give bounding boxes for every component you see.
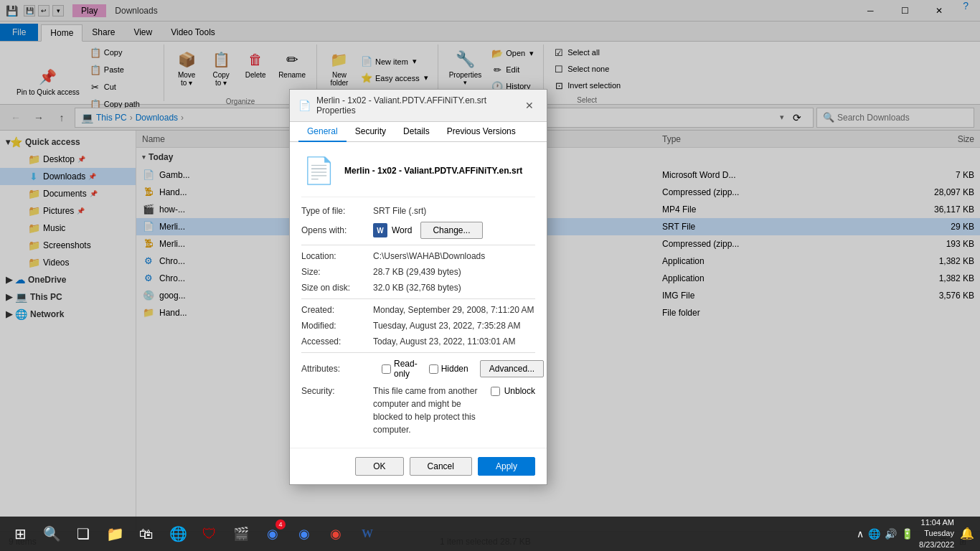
- mcafee-taskbar-btn[interactable]: 🛡: [195, 517, 224, 551]
- security-row: Security: This file came from another co…: [301, 385, 535, 436]
- opens-with-app: W Word: [373, 223, 412, 237]
- task-view-btn[interactable]: ❏: [69, 517, 98, 551]
- security-content: This file came from another computer and…: [373, 385, 535, 436]
- size-on-disk-value: 32.0 KB (32,768 bytes): [373, 283, 535, 293]
- notification-icon[interactable]: 🔔: [960, 527, 974, 540]
- size-value: 28.7 KB (29,439 bytes): [373, 267, 535, 277]
- edge-taskbar-btn[interactable]: 🌐: [164, 517, 192, 551]
- readonly-checkbox[interactable]: Read-only: [382, 359, 418, 379]
- dialog-tab-details[interactable]: Details: [395, 122, 438, 142]
- modal-overlay: 📄 Merlin - 1x02 - Valiant.PDTV.AFFiNiTY.…: [0, 0, 980, 517]
- security-label: Security:: [301, 385, 373, 396]
- type-of-file-label: Type of file:: [301, 206, 373, 216]
- modified-row: Modified: Tuesday, August 23, 2022, 7:35…: [301, 321, 535, 331]
- dialog-tab-general[interactable]: General: [298, 122, 347, 142]
- accessed-row: Accessed: Today, August 23, 2022, 11:03:…: [301, 336, 535, 347]
- type-of-file-row: Type of file: SRT File (.srt): [301, 206, 535, 216]
- store-taskbar-btn[interactable]: 🛍: [132, 517, 161, 551]
- opens-with-app-name: Word: [392, 225, 412, 235]
- dialog-tab-previous-versions[interactable]: Previous Versions: [438, 122, 524, 142]
- dialog-file-icon: 📄: [301, 154, 336, 188]
- taskbar-time[interactable]: 11:04 AM Tuesday8/23/2022: [919, 517, 954, 550]
- location-value: C:\Users\WAHAB\Downloads: [373, 251, 535, 261]
- dialog-tabs: General Security Details Previous Versio…: [290, 122, 547, 142]
- chrome1-taskbar-btn[interactable]: ◉ 4: [258, 517, 287, 551]
- chrome3-taskbar-btn[interactable]: ◉: [321, 517, 350, 551]
- change-btn[interactable]: Change...: [420, 222, 482, 239]
- dialog-title-bar: 📄 Merlin - 1x02 - Valiant.PDTV.AFFiNiTY.…: [290, 90, 547, 122]
- file-preview: 📄 Merlin - 1x02 - Valiant.PDTV.AFFiNiTY.…: [301, 154, 535, 197]
- security-text: This file came from another computer and…: [373, 385, 485, 436]
- vlc-taskbar-btn[interactable]: 🎬: [227, 517, 255, 551]
- size-row: Size: 28.7 KB (29,439 bytes): [301, 267, 535, 277]
- size-on-disk-row: Size on disk: 32.0 KB (32,768 bytes): [301, 283, 535, 293]
- word-app-icon: W: [373, 223, 387, 237]
- attributes-items: Read-only Hidden Advanced...: [382, 359, 544, 379]
- date-display: Tuesday8/23/2022: [919, 528, 954, 550]
- opens-with-label: Opens with:: [301, 225, 373, 235]
- modified-label: Modified:: [301, 321, 373, 331]
- created-value: Monday, September 29, 2008, 7:11:20 AM: [373, 305, 535, 315]
- attributes-row: Attributes: Read-only Hidden Advanced...: [301, 359, 535, 379]
- network-tray-icon[interactable]: 🌐: [868, 528, 880, 540]
- time-display: 11:04 AM: [919, 517, 954, 528]
- separator-2: [301, 298, 535, 299]
- cancel-btn[interactable]: Cancel: [410, 457, 472, 476]
- ok-btn[interactable]: OK: [355, 457, 403, 476]
- dialog-tab-security[interactable]: Security: [347, 122, 395, 142]
- hidden-checkbox[interactable]: Hidden: [429, 364, 468, 374]
- accessed-label: Accessed:: [301, 336, 373, 347]
- hidden-input[interactable]: [429, 364, 438, 374]
- dialog-body: 📄 Merlin - 1x02 - Valiant.PDTV.AFFiNiTY.…: [290, 142, 547, 448]
- dialog-close-btn[interactable]: ✕: [522, 97, 538, 114]
- opens-with-row: Opens with: W Word Change...: [301, 222, 535, 239]
- start-btn[interactable]: ⊞: [6, 517, 34, 551]
- created-label: Created:: [301, 305, 373, 315]
- separator-3: [301, 352, 535, 353]
- taskbar: ⊞ 🔍 ❏ 📁 🛍 🌐 🛡 🎬 ◉ 4 ◉ ◉ W ∧ 🌐 🔊 🔋: [0, 517, 980, 551]
- readonly-input[interactable]: [382, 364, 391, 374]
- accessed-value: Today, August 23, 2022, 11:03:01 AM: [373, 336, 535, 347]
- search-taskbar-btn[interactable]: 🔍: [37, 517, 66, 551]
- modified-value: Tuesday, August 23, 2022, 7:35:28 AM: [373, 321, 535, 331]
- taskbar-left: ⊞ 🔍 ❏ 📁 🛍 🌐 🛡 🎬 ◉ 4 ◉ ◉ W: [6, 517, 382, 551]
- location-label: Location:: [301, 251, 373, 261]
- attributes-label: Attributes:: [301, 364, 373, 374]
- dialog-title: 📄 Merlin - 1x02 - Valiant.PDTV.AFFiNiTY.…: [298, 95, 522, 116]
- separator-1: [301, 245, 535, 245]
- explorer-taskbar-btn[interactable]: 📁: [100, 517, 129, 551]
- advanced-btn[interactable]: Advanced...: [480, 360, 544, 377]
- type-of-file-value: SRT File (.srt): [373, 206, 535, 216]
- battery-tray-icon[interactable]: 🔋: [901, 528, 913, 540]
- unblock-checkbox[interactable]: Unblock: [491, 385, 535, 396]
- created-row: Created: Monday, September 29, 2008, 7:1…: [301, 305, 535, 315]
- size-on-disk-label: Size on disk:: [301, 283, 373, 293]
- readonly-label: Read-only: [394, 359, 418, 379]
- system-tray: ∧ 🌐 🔊 🔋: [857, 528, 913, 540]
- chrome2-taskbar-btn[interactable]: ◉: [290, 517, 319, 551]
- tray-expand-btn[interactable]: ∧: [857, 528, 864, 540]
- unblock-input[interactable]: [491, 387, 500, 396]
- apply-btn[interactable]: Apply: [478, 457, 535, 476]
- unblock-label: Unblock: [504, 386, 535, 396]
- size-label: Size:: [301, 267, 373, 277]
- speaker-tray-icon[interactable]: 🔊: [885, 528, 897, 540]
- hidden-label: Hidden: [441, 364, 468, 374]
- dialog-file-name: Merlin - 1x02 - Valiant.PDTV.AFFiNiTY.en…: [344, 166, 522, 176]
- dialog-footer: OK Cancel Apply: [290, 448, 547, 484]
- taskbar-right: ∧ 🌐 🔊 🔋 11:04 AM Tuesday8/23/2022 🔔: [857, 517, 974, 550]
- location-row: Location: C:\Users\WAHAB\Downloads: [301, 251, 535, 261]
- word-taskbar-btn[interactable]: W: [353, 517, 382, 551]
- properties-dialog: 📄 Merlin - 1x02 - Valiant.PDTV.AFFiNiTY.…: [289, 89, 547, 485]
